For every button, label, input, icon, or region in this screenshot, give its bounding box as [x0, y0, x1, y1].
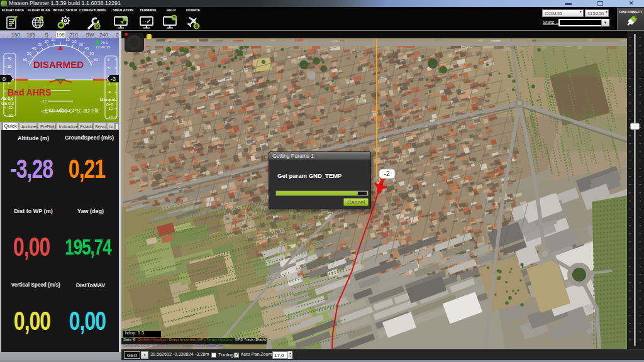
svg-text:-3: -3 [111, 76, 116, 82]
svg-text:-4: -4 [108, 90, 111, 94]
svg-text:50: 50 [89, 52, 94, 55]
svg-text:SW: SW [86, 32, 94, 38]
svg-text:Manual: Manual [99, 97, 115, 102]
svg-text:-30: -30 [8, 114, 13, 118]
svg-text:30: 30 [38, 43, 42, 47]
svg-text:8: 8 [108, 58, 109, 62]
svg-text:10: 10 [65, 38, 70, 41]
svg-text:GS 0.2: GS 0.2 [1, 101, 14, 106]
svg-text:40: 40 [8, 57, 11, 60]
svg-text:30: 30 [8, 65, 11, 69]
svg-text:-10: -10 [41, 99, 47, 103]
svg-text:AS 0.4: AS 0.4 [1, 96, 14, 101]
svg-text:EKF Vibe GPS: 3D Fix: EKF Vibe GPS: 3D Fix [45, 107, 99, 114]
svg-text:...: ... [142, 19, 149, 23]
svg-text:60: 60 [94, 58, 98, 62]
svg-text:150: 150 [11, 32, 20, 38]
svg-text:60: 60 [23, 58, 27, 62]
svg-text:-1: -1 [108, 82, 111, 86]
svg-text:10: 10 [51, 38, 55, 41]
svg-text:5: 5 [108, 66, 109, 70]
svg-text:-13: -13 [108, 115, 113, 119]
svg-text:20: 20 [72, 40, 77, 43]
svg-text:DISARMED: DISARMED [33, 59, 84, 70]
svg-text:20: 20 [44, 40, 48, 43]
svg-text:40: 40 [32, 47, 36, 50]
svg-text:12:46:36: 12:46:36 [96, 45, 111, 49]
svg-text:30: 30 [79, 43, 83, 47]
svg-text:S: S [45, 32, 48, 38]
svg-text:-2: -2 [384, 170, 390, 177]
svg-text:-20: -20 [8, 106, 13, 109]
svg-text:0+0: 0+0 [106, 102, 113, 107]
svg-text:240: 240 [99, 32, 108, 38]
svg-text:50: 50 [27, 52, 31, 55]
svg-text:-10: -10 [108, 107, 113, 111]
svg-text:40: 40 [84, 47, 89, 50]
svg-text:$: $ [195, 23, 198, 30]
svg-text:Bad AHRS: Bad AHRS [8, 87, 52, 97]
svg-text:76.1: 76.1 [101, 41, 108, 45]
svg-text:?: ? [173, 15, 176, 21]
svg-text:0: 0 [3, 76, 6, 82]
